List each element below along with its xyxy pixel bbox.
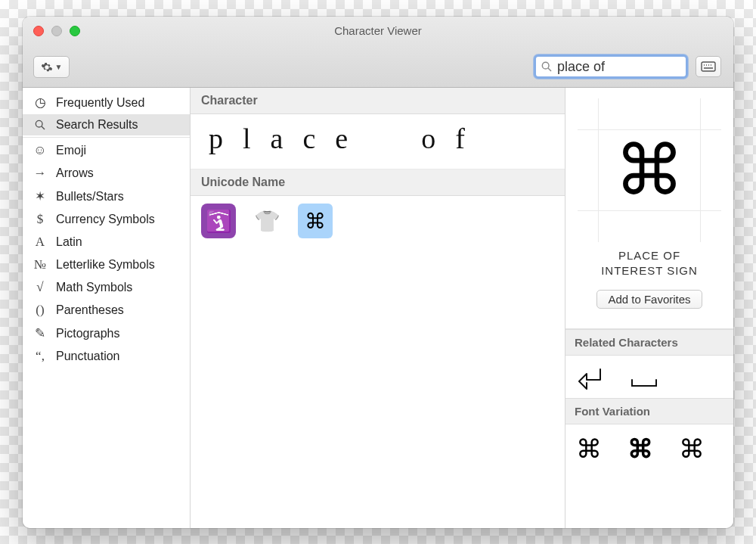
search-icon [541, 61, 553, 73]
keyboard-icon [701, 61, 716, 72]
sidebar-item-label: Pictographs [56, 327, 120, 340]
sidebar-item-label: Bullets/Stars [56, 190, 124, 204]
character-section-header: Character [191, 88, 565, 114]
font-variation-glyph[interactable]: ⌘ [679, 434, 705, 464]
sidebar-item-label: Punctuation [56, 350, 120, 363]
font-variation-glyph[interactable]: ⌘ [576, 434, 602, 464]
window-title: Character Viewer [23, 24, 733, 37]
font-variation-row: ⌘ ⌘ ⌘ [565, 424, 733, 470]
sidebar-item-label: Arrows [56, 166, 94, 180]
add-to-favorites-button[interactable]: Add to Favorites [596, 290, 702, 309]
parentheses-icon: () [32, 303, 48, 318]
sidebar-item-label: Frequently Used [56, 96, 144, 110]
main-panel: Character place of Unicode Name 🛐 👕 ⌘ [191, 88, 733, 528]
radical-icon: √ [32, 280, 48, 295]
svg-line-1 [548, 68, 551, 71]
sidebar-item-label: Emoji [56, 144, 86, 157]
svg-rect-4 [702, 62, 715, 71]
font-variation-header: Font Variation [565, 398, 733, 424]
emoji-icon: ☺ [32, 143, 48, 158]
font-variation-glyph[interactable]: ⌘ [627, 434, 653, 464]
preview-box: ⌘ [585, 106, 714, 235]
character-preview: ⌘ PLACE OF INTEREST SIGN Add to Favorite… [565, 88, 733, 329]
sidebar-item-math[interactable]: √ Math Symbols [23, 276, 190, 299]
sidebar-item-bullets-stars[interactable]: ✶ Bullets/Stars [23, 185, 190, 208]
search-field-wrapper [534, 54, 688, 79]
sidebar-item-label: Parentheses [56, 303, 124, 317]
sidebar-item-emoji[interactable]: ☺ Emoji [23, 139, 190, 162]
arrow-icon: → [32, 166, 48, 181]
svg-line-11 [42, 126, 45, 129]
character-viewer-window: Character Viewer ▼ ◷ Frequ [23, 17, 733, 528]
dollar-icon: $ [32, 212, 48, 227]
gear-icon [41, 61, 53, 73]
star-icon: ✶ [32, 188, 48, 204]
sidebar-item-label: Letterlike Symbols [56, 258, 155, 272]
comma-icon: “, [32, 349, 48, 364]
sidebar-item-label: Search Results [56, 118, 138, 132]
clock-icon: ◷ [32, 95, 48, 110]
category-sidebar: ◷ Frequently Used Search Results ☺ Emoji… [23, 88, 191, 528]
result-character[interactable]: 👕 [249, 204, 284, 238]
sidebar-item-currency[interactable]: $ Currency Symbols [23, 208, 190, 231]
chevron-down-icon: ▼ [55, 63, 63, 71]
search-result-grid: 🛐 👕 ⌘ [191, 196, 565, 246]
related-characters-row [565, 356, 733, 398]
result-character[interactable]: 🛐 [201, 204, 236, 238]
sidebar-item-label: Latin [56, 235, 82, 249]
character-name: PLACE OF INTEREST SIGN [601, 248, 698, 279]
unicode-name-section-header: Unicode Name [191, 169, 565, 196]
sidebar-item-pictographs[interactable]: ✎ Pictographs [23, 322, 190, 345]
latin-icon: A [32, 235, 48, 250]
detail-panel: ⌘ PLACE OF INTEREST SIGN Add to Favorite… [565, 88, 733, 528]
preview-glyph: ⌘ [615, 135, 684, 205]
compact-view-button[interactable] [696, 56, 721, 77]
svg-point-10 [36, 120, 42, 127]
result-character-selected[interactable]: ⌘ [298, 204, 333, 238]
sidebar-item-punctuation[interactable]: “, Punctuation [23, 345, 190, 368]
sidebar-item-label: Currency Symbols [56, 213, 155, 226]
results-panel: Character place of Unicode Name 🛐 👕 ⌘ [191, 88, 565, 528]
numero-icon: № [32, 257, 48, 272]
sidebar-item-arrows[interactable]: → Arrows [23, 162, 190, 185]
pictograph-icon: ✎ [32, 325, 48, 341]
svg-point-0 [542, 62, 549, 69]
related-character[interactable] [576, 365, 606, 392]
sidebar-item-latin[interactable]: A Latin [23, 231, 190, 253]
character-breakdown: place of [191, 114, 565, 169]
sidebar-item-parentheses[interactable]: () Parentheses [23, 299, 190, 322]
titlebar: Character Viewer ▼ [23, 17, 733, 88]
sidebar-item-letterlike[interactable]: № Letterlike Symbols [23, 253, 190, 276]
related-character[interactable] [627, 365, 661, 392]
sidebar-item-frequently-used[interactable]: ◷ Frequently Used [23, 91, 190, 114]
settings-menu-button[interactable]: ▼ [33, 56, 70, 78]
sidebar-item-search-results[interactable]: Search Results [23, 114, 190, 135]
search-icon [32, 119, 48, 131]
related-characters-header: Related Characters [565, 329, 733, 356]
content-area: ◷ Frequently Used Search Results ☺ Emoji… [23, 88, 733, 528]
sidebar-item-label: Math Symbols [56, 281, 132, 294]
